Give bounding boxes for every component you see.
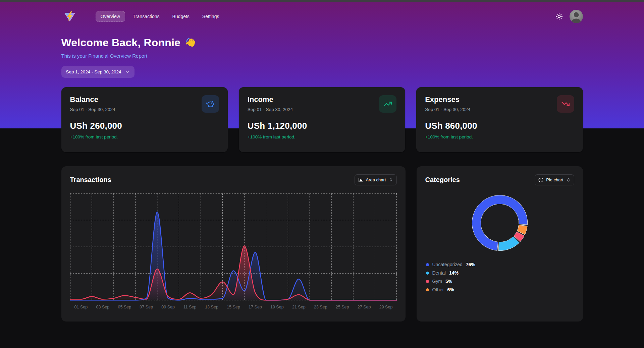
legend-dot-dental <box>426 272 429 275</box>
user-avatar[interactable] <box>570 10 583 23</box>
categories-donut-chart <box>468 191 531 254</box>
svg-text:17 Sep: 17 Sep <box>249 305 262 309</box>
svg-text:01 Sep: 01 Sep <box>74 305 88 309</box>
svg-text:03 Sep: 03 Sep <box>96 305 109 309</box>
svg-text:27 Sep: 27 Sep <box>357 305 371 309</box>
legend-label: Dental <box>432 270 446 276</box>
categories-legend: Uncategorized 76% Dental 14% Gym 5% Othe… <box>425 262 574 292</box>
svg-text:25 Sep: 25 Sep <box>335 305 349 309</box>
legend-item-dental: Dental 14% <box>426 270 574 276</box>
balance-icon-box <box>202 95 219 113</box>
page-subtitle: This is your Financial Overview Report <box>61 53 583 59</box>
expenses-icon-box <box>557 95 574 113</box>
expenses-card: Expenses Sep 01 - Sep 30, 2024 USh 860,0… <box>416 87 583 152</box>
categories-panel-title: Categories <box>425 176 460 184</box>
date-range-value: Sep 1, 2024 - Sep 30, 2024 <box>66 69 121 74</box>
svg-text:15 Sep: 15 Sep <box>227 305 240 309</box>
income-delta: +100% from last period. <box>248 134 396 139</box>
trending-down-icon <box>561 100 570 108</box>
svg-text:05 Sep: 05 Sep <box>118 305 131 309</box>
svg-text:23 Sep: 23 Sep <box>314 305 327 309</box>
legend-pct: 5% <box>445 279 452 284</box>
svg-text:29 Sep: 29 Sep <box>379 305 392 309</box>
income-card: Income Sep 01 - Sep 30, 2024 USh 1,120,0… <box>239 87 405 152</box>
svg-text:21 Sep: 21 Sep <box>292 305 305 309</box>
svg-text:09 Sep: 09 Sep <box>161 305 175 309</box>
expenses-card-title: Expenses <box>425 95 470 104</box>
balance-card-title: Balance <box>70 95 115 104</box>
legend-label: Uncategorized <box>432 262 463 267</box>
date-range-filter-button[interactable]: Sep 1, 2024 - Sep 30, 2024 <box>61 66 135 78</box>
legend-item-uncategorized: Uncategorized 76% <box>426 262 574 267</box>
top-navigation: Overview Transactions Budgets Settings <box>61 2 583 23</box>
transactions-area-chart: 01 Sep03 Sep05 Sep07 Sep09 Sep11 Sep13 S… <box>70 192 397 311</box>
svg-text:19 Sep: 19 Sep <box>270 305 283 309</box>
page-title: Welcome Back, Ronnie <box>61 37 181 49</box>
sun-icon <box>555 13 563 20</box>
categories-chart-type-select[interactable]: Pie chart <box>535 174 574 185</box>
legend-label: Other <box>432 287 444 292</box>
chevron-down-icon <box>125 69 130 74</box>
avatar-photo <box>570 10 583 23</box>
waving-hand-icon <box>185 37 197 49</box>
summary-cards-row: Balance Sep 01 - Sep 30, 2024 USh 260,00… <box>61 87 583 152</box>
income-card-title: Income <box>248 95 293 104</box>
legend-pct: 76% <box>466 262 475 267</box>
legend-item-gym: Gym 5% <box>426 279 574 284</box>
window-top-strip <box>0 0 644 2</box>
legend-item-other: Other 6% <box>426 287 574 292</box>
balance-delta: +100% from last period. <box>70 134 219 139</box>
area-chart-icon <box>358 177 363 182</box>
nav-item-overview[interactable]: Overview <box>96 11 125 22</box>
transactions-chart-type-value: Area chart <box>366 177 386 182</box>
theme-toggle-button[interactable] <box>555 13 563 20</box>
piggy-bank-icon <box>206 100 215 108</box>
logo-triangle-bolt-icon <box>63 11 76 22</box>
app-logo[interactable] <box>63 11 76 22</box>
transactions-panel-title: Transactions <box>70 176 111 184</box>
legend-dot-uncategorized <box>426 263 429 266</box>
income-value: USh 1,120,000 <box>248 121 396 131</box>
legend-pct: 14% <box>449 270 459 276</box>
legend-dot-other <box>426 288 429 291</box>
expenses-card-period: Sep 01 - Sep 30, 2024 <box>425 107 470 112</box>
balance-card-period: Sep 01 - Sep 30, 2024 <box>70 107 115 112</box>
expenses-value: USh 860,000 <box>425 121 574 131</box>
categories-panel: Categories Pie chart Uncategorized <box>417 166 583 322</box>
legend-dot-gym <box>426 280 429 283</box>
nav-menu: Overview Transactions Budgets Settings <box>96 11 224 22</box>
transactions-panel: Transactions Area chart 01 Sep03 Sep05 S… <box>61 166 406 322</box>
chevrons-up-down-icon <box>566 178 571 182</box>
svg-text:07 Sep: 07 Sep <box>140 305 153 309</box>
svg-text:11 Sep: 11 Sep <box>183 305 196 309</box>
categories-chart-type-value: Pie chart <box>546 177 563 182</box>
nav-item-budgets[interactable]: Budgets <box>167 11 194 22</box>
legend-label: Gym <box>432 279 442 284</box>
legend-pct: 6% <box>447 287 454 292</box>
trending-up-icon <box>383 100 392 108</box>
balance-card: Balance Sep 01 - Sep 30, 2024 USh 260,00… <box>61 87 228 152</box>
income-card-period: Sep 01 - Sep 30, 2024 <box>248 107 293 112</box>
balance-value: USh 260,000 <box>70 121 219 131</box>
nav-item-settings[interactable]: Settings <box>197 11 224 22</box>
pie-chart-icon <box>538 177 543 182</box>
nav-item-transactions[interactable]: Transactions <box>128 11 165 22</box>
transactions-chart-type-select[interactable]: Area chart <box>355 174 397 185</box>
income-icon-box <box>379 95 396 113</box>
expenses-delta: +100% from last period. <box>425 134 574 139</box>
chevrons-up-down-icon <box>389 178 393 182</box>
svg-text:13 Sep: 13 Sep <box>205 305 218 309</box>
